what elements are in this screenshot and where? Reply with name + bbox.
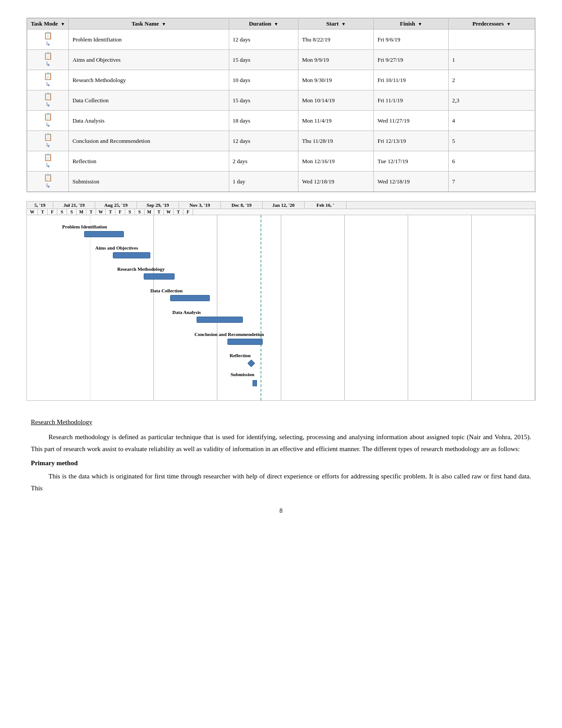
- col-header-finish[interactable]: Finish ▼: [374, 19, 448, 30]
- table-row: 📋↳Reflection2 daysMon 12/16/19Tue 12/17/…: [27, 151, 535, 172]
- day-f3: F: [183, 209, 193, 215]
- bar-label-submission: Submission: [231, 372, 254, 377]
- col-header-mode[interactable]: Task Mode ▼: [27, 19, 69, 30]
- table-cell-finish-0: Fri 9/6/19: [374, 30, 448, 50]
- day-w1: W: [27, 209, 38, 215]
- period-label-1: Jul 21, '19: [53, 202, 95, 209]
- day-t2: T: [86, 209, 96, 215]
- table-cell-start-6: Mon 12/16/19: [298, 151, 374, 172]
- sort-icon-name: ▼: [162, 22, 166, 26]
- period-label-7: Feb 16, ': [305, 202, 346, 209]
- table-cell-predecessors-1: 1: [448, 50, 535, 70]
- bar-label-aims: Aims and Objectives: [95, 245, 138, 250]
- table-cell-predecessors-7: 7: [448, 172, 535, 192]
- col-header-name[interactable]: Task Name ▼: [69, 19, 229, 30]
- table-cell-predecessors-3: 2,3: [448, 90, 535, 111]
- table-cell-predecessors-6: 6: [448, 151, 535, 172]
- col-header-predecessors[interactable]: Predecessors ▼: [448, 19, 535, 30]
- page-number: 8: [26, 508, 536, 515]
- bar-dataanalysis: [197, 317, 243, 323]
- period-label-3: Sep 29, '19: [137, 202, 179, 209]
- table-cell-start-3: Mon 10/14/19: [298, 90, 374, 111]
- table-cell-finish-7: Wed 12/18/19: [374, 172, 448, 192]
- table-row: 📋↳Submission1 dayWed 12/18/19Wed 12/18/1…: [27, 172, 535, 192]
- period-label-2: Aug 25, '19: [95, 202, 137, 209]
- table-cell-finish-6: Tue 12/17/19: [374, 151, 448, 172]
- table-row: 📋↳Conclusion and Recommendetion12 daysTh…: [27, 131, 535, 151]
- day-s2: S: [67, 209, 77, 215]
- gantt-table: Task Mode ▼ Task Name ▼ Duration ▼ Start…: [27, 18, 535, 192]
- table-row: 📋↳Research Methodology10 daysMon 9/30/19…: [27, 70, 535, 90]
- bar-rect-conclusion: [227, 339, 263, 345]
- task-icon-4: 📋: [44, 113, 52, 120]
- gantt-table-section: Task Mode ▼ Task Name ▼ Duration ▼ Start…: [26, 18, 536, 192]
- table-cell-predecessors-4: 4: [448, 111, 535, 131]
- table-cell-name-5: Conclusion and Recommendetion: [69, 131, 229, 151]
- bar-milestone-reflection: [248, 360, 255, 367]
- sort-icon-finish: ▼: [418, 22, 422, 26]
- period-label-5: Dec 8, '19: [221, 202, 263, 209]
- table-cell-mode-5: 📋↳: [27, 131, 69, 151]
- day-f1: F: [48, 209, 57, 215]
- sort-icon-pred: ▼: [506, 22, 511, 26]
- table-row: 📋↳Aims and Objectives15 daysMon 9/9/19Fr…: [27, 50, 535, 70]
- table-cell-mode-7: 📋↳: [27, 172, 69, 192]
- day-t5: T: [174, 209, 183, 215]
- table-cell-duration-5: 12 days: [229, 131, 298, 151]
- table-cell-name-0: Problem Identifiation: [69, 30, 229, 50]
- task-icon-6: 📋: [44, 153, 52, 161]
- table-cell-name-3: Data Collection: [69, 90, 229, 111]
- table-row: 📋↳Data Analysis18 daysMon 11/4/19Wed 11/…: [27, 111, 535, 131]
- col-header-start[interactable]: Start ▼: [298, 19, 374, 30]
- bar-research: [144, 273, 175, 280]
- day-t3: T: [106, 209, 115, 215]
- sort-icon-mode: ▼: [61, 22, 65, 26]
- bar-label-datacollection: Data Collection: [150, 288, 182, 293]
- day-m1: M: [77, 209, 86, 215]
- bar-conclusion: [227, 339, 263, 345]
- table-cell-name-7: Submission: [69, 172, 229, 192]
- table-cell-finish-5: Fri 12/13/19: [374, 131, 448, 151]
- gantt-chart-section: 5, '19 Jul 21, '19 Aug 25, '19 Sep 29, '…: [26, 201, 536, 401]
- sort-icon-duration: ▼: [274, 22, 278, 26]
- table-cell-finish-2: Fri 10/11/19: [374, 70, 448, 90]
- table-row: 📋↳Problem Identifiation12 daysThu 8/22/1…: [27, 30, 535, 50]
- bar-submission: [253, 380, 257, 386]
- table-cell-duration-3: 15 days: [229, 90, 298, 111]
- table-cell-start-7: Wed 12/18/19: [298, 172, 374, 192]
- table-cell-name-1: Aims and Objectives: [69, 50, 229, 70]
- table-cell-start-2: Mon 9/30/19: [298, 70, 374, 90]
- table-cell-mode-3: 📋↳: [27, 90, 69, 111]
- sort-icon-start: ▼: [342, 22, 346, 26]
- bar-row-conclusion: Conclusion and Recommendetion: [194, 332, 264, 337]
- bar-row-submission: Submission: [231, 372, 254, 377]
- bar-label-conclusion: Conclusion and Recommendetion: [194, 332, 264, 337]
- task-icon-3: 📋: [44, 93, 52, 100]
- table-cell-mode-0: 📋↳: [27, 30, 69, 50]
- bar-rect-research: [144, 273, 175, 280]
- bar-label-dataanalysis: Data Analysis: [172, 310, 201, 315]
- day-t4: T: [154, 209, 164, 215]
- col-header-duration[interactable]: Duration ▼: [229, 19, 298, 30]
- day-w2: W: [96, 209, 106, 215]
- gantt-dashed-line: [261, 215, 261, 400]
- table-cell-duration-0: 12 days: [229, 30, 298, 50]
- table-cell-predecessors-2: 2: [448, 70, 535, 90]
- table-cell-duration-6: 2 days: [229, 151, 298, 172]
- task-icon-1: 📋: [44, 52, 52, 60]
- bar-label-problem: Problem Identifiation: [62, 224, 107, 229]
- subheading-primary: Primary method: [31, 459, 531, 467]
- day-s3: S: [125, 209, 135, 215]
- table-cell-mode-4: 📋↳: [27, 111, 69, 131]
- day-f2: F: [115, 209, 125, 215]
- bar-rect-aims: [113, 252, 150, 258]
- bar-row-research: Research Methodology: [117, 266, 165, 272]
- task-icon-0: 📋: [44, 32, 52, 39]
- table-cell-start-0: Thu 8/22/19: [298, 30, 374, 50]
- section-heading: Research Methodology: [31, 418, 531, 426]
- table-cell-finish-3: Fri 11/1/19: [374, 90, 448, 111]
- task-icon-7: 📋: [44, 174, 52, 181]
- day-m2: M: [145, 209, 154, 215]
- day-s4: S: [135, 209, 145, 215]
- bar-row-reflection: Reflection: [230, 353, 251, 358]
